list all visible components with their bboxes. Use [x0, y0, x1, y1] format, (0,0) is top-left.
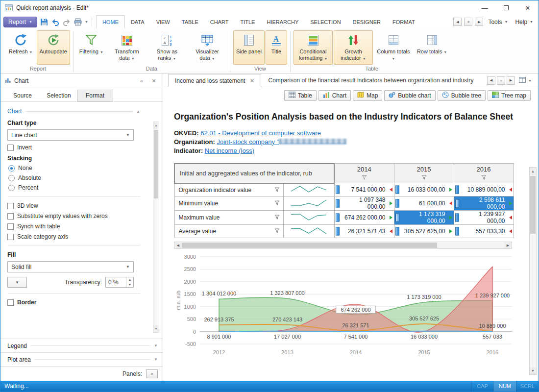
ribbon-button-filtering[interactable]: Filtering ▼: [76, 30, 106, 65]
stacking-absolute-radio[interactable]: Absolute: [8, 174, 140, 181]
ribbon-tab-view[interactable]: VIEW: [150, 15, 176, 28]
okved-link[interactable]: 62.01 - Development of computer software: [200, 129, 321, 137]
ribbon-tab-selection[interactable]: SELECTION: [304, 15, 346, 28]
view-button-tree-map[interactable]: Tree map: [488, 90, 531, 101]
ribbon-button-autoupdate[interactable]: Autoupdate: [37, 30, 70, 65]
nav-prev-button[interactable]: ◀: [453, 18, 462, 26]
value-cell[interactable]: 1 097 348 000,00: [334, 196, 394, 211]
value-cell[interactable]: 305 527 625,00: [394, 225, 454, 238]
indicator-link[interactable]: Net income (loss): [205, 147, 254, 154]
invert-checkbox[interactable]: Invert: [7, 144, 140, 151]
maximize-button[interactable]: [495, 0, 517, 15]
table-corner-header[interactable]: Initial and aggregated values of the ind…: [174, 164, 334, 183]
value-cell[interactable]: 7 541 000,00: [334, 183, 394, 196]
value-cell[interactable]: 1 173 319 000,00: [394, 211, 454, 225]
scroll-down-icon[interactable]: ▼: [530, 367, 536, 374]
scale-category-axis-checkbox[interactable]: Scale category axis: [7, 233, 140, 240]
section-legend[interactable]: Legend▼: [0, 339, 163, 352]
panel-scrollbar[interactable]: ▲ ▼: [153, 122, 159, 333]
value-cell[interactable]: 1 239 927 000,00: [454, 211, 514, 225]
value-cell[interactable]: 674 262 000,00: [334, 211, 394, 225]
row-label-minimum-value[interactable]: Minimum value: [174, 196, 283, 211]
print-button[interactable]: [74, 17, 83, 26]
row-label-organization-indicator-value[interactable]: Organization indicator value: [174, 183, 283, 196]
value-cell[interactable]: 26 321 571,43: [334, 225, 394, 238]
scroll-right-icon[interactable]: ▶: [504, 242, 512, 248]
close-tab-icon[interactable]: ✕: [249, 77, 254, 84]
view-button-bubble-tree[interactable]: Bubble tree: [438, 90, 486, 101]
layout-select-button[interactable]: ▼: [516, 77, 534, 84]
ribbon-tab-hierarchy[interactable]: HIERARCHY: [261, 15, 304, 28]
view-button-map[interactable]: Map: [353, 90, 382, 101]
num-lock-indicator[interactable]: NUM: [493, 381, 516, 392]
close-panel-button[interactable]: ✕: [149, 78, 158, 84]
scrollbar-thumb[interactable]: [530, 176, 536, 234]
value-cell[interactable]: 61 000,00: [394, 196, 454, 211]
nav-list-button[interactable]: ≡: [464, 18, 472, 26]
horizontal-scrollbar[interactable]: ◀ ▶: [174, 242, 512, 249]
tab-scroll-right-button[interactable]: ▶: [507, 76, 515, 85]
fill-type-select[interactable]: Solid fill▼: [7, 261, 134, 272]
filter-funnel-icon[interactable]: [274, 187, 280, 194]
row-label-average-value[interactable]: Average value: [174, 225, 283, 238]
ribbon-button-row-totals[interactable]: Row totals ▼: [414, 30, 450, 65]
scroll-down-icon[interactable]: ▼: [153, 325, 159, 332]
border-checkbox[interactable]: Border: [7, 299, 140, 306]
ribbon-tab-chart[interactable]: CHART: [204, 15, 235, 28]
view-button-chart[interactable]: Chart: [318, 90, 351, 101]
section-plot-area[interactable]: Plot area▼: [0, 352, 163, 366]
year-column-header-2016[interactable]: 2016: [454, 164, 514, 183]
ribbon-button-side-panel[interactable]: Side panel: [233, 30, 265, 65]
view-button-bubble-chart[interactable]: Bubble chart: [384, 90, 435, 101]
caps-lock-indicator[interactable]: CAP: [471, 381, 493, 392]
ribbon-button-conditional-formatting[interactable]: Conditional formatting ▼: [294, 30, 333, 65]
ribbon-button-transform-data[interactable]: Transform data ▼: [107, 30, 147, 65]
vertical-scrollbar[interactable]: ▲ ▼: [529, 167, 537, 375]
close-button[interactable]: ✕: [517, 0, 539, 15]
save-button[interactable]: [40, 17, 49, 26]
doc-tab-income-statement[interactable]: Income and loss statement✕: [168, 74, 261, 87]
doc-tab-comparison[interactable]: Comparison of the financial result indic…: [261, 74, 480, 87]
scroll-lock-indicator[interactable]: SCRL: [516, 381, 539, 392]
organization-link[interactable]: Joint-stock company ": [217, 138, 346, 146]
ribbon-button-refresh[interactable]: Refresh ▼: [6, 30, 36, 65]
value-cell[interactable]: 10 889 000,00: [454, 183, 514, 196]
value-cell[interactable]: 557 033,30: [454, 225, 514, 238]
synch-with-table-checkbox[interactable]: Synch with table: [7, 223, 140, 230]
redo-button[interactable]: [62, 17, 72, 26]
value-cell[interactable]: 2 598 611 000,00: [454, 196, 514, 211]
ribbon-tab-format[interactable]: FORMAT: [387, 15, 421, 28]
panels-expand-button[interactable]: »: [146, 369, 158, 378]
collapse-panel-button[interactable]: «: [137, 78, 146, 84]
filter-funnel-icon[interactable]: [274, 200, 280, 207]
ribbon-tab-home[interactable]: HOME: [96, 15, 125, 29]
ribbon-button-visualizer-data[interactable]: Visualizer data ▼: [188, 30, 227, 65]
minimize-button[interactable]: —: [474, 0, 495, 15]
tools-menu[interactable]: Tools▼: [486, 19, 510, 25]
tab-selection[interactable]: Selection: [41, 90, 77, 101]
tab-scroll-left-button[interactable]: ◀: [487, 76, 495, 85]
ribbon-tab-data[interactable]: DATA: [125, 15, 150, 28]
ribbon-button-show-as-ranks[interactable]: ZA123Show as ranks ▼: [147, 30, 187, 65]
scrollbar-thumb[interactable]: [182, 243, 437, 248]
undo-button[interactable]: [51, 17, 60, 26]
transparency-spinner[interactable]: 0 % ▲▼: [105, 277, 134, 288]
ribbon-button-title[interactable]: ATitle: [266, 30, 287, 65]
tab-source[interactable]: Source: [4, 90, 41, 101]
scrollbar-thumb[interactable]: [154, 130, 158, 198]
ribbon-button-growth-indicator[interactable]: Growth indicator ▼: [334, 30, 373, 65]
tab-list-button[interactable]: ≡: [497, 76, 505, 85]
help-menu[interactable]: Help▼: [513, 19, 536, 25]
ribbon-tab-table[interactable]: TABLE: [176, 15, 204, 28]
filter-funnel-icon[interactable]: [274, 228, 280, 235]
ribbon-tab-designer[interactable]: DESIGNER: [347, 15, 387, 28]
substitute-empty-checkbox[interactable]: Substitute empty values with zeros: [7, 213, 140, 220]
stacking-none-radio[interactable]: None: [8, 165, 140, 172]
scroll-up-icon[interactable]: ▲: [530, 168, 536, 175]
row-label-maximum-value[interactable]: Maximum value: [174, 211, 283, 225]
print-dropdown-icon[interactable]: ▼: [85, 20, 88, 24]
spin-up-icon[interactable]: ▲: [126, 277, 133, 282]
section-chart[interactable]: Chart ▲: [7, 108, 140, 115]
spin-down-icon[interactable]: ▼: [126, 282, 133, 287]
report-menu-button[interactable]: Report▼: [3, 17, 37, 27]
